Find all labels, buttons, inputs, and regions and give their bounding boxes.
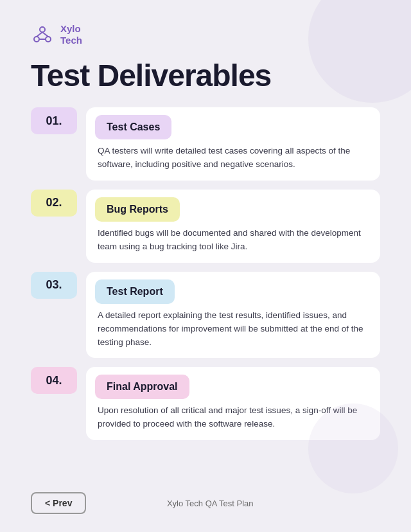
list-item: 04. Final Approval Upon resolution of al… bbox=[31, 367, 380, 440]
prev-button[interactable]: < Prev bbox=[31, 492, 86, 514]
svg-point-1 bbox=[34, 37, 39, 42]
item-description-4: Upon resolution of all critical and majo… bbox=[86, 399, 380, 440]
item-description-2: Identified bugs will be documented and s… bbox=[86, 222, 380, 263]
item-title-3: Test Report bbox=[95, 279, 175, 304]
page-title: Test Deliverables bbox=[31, 58, 380, 93]
item-content-4: Final Approval Upon resolution of all cr… bbox=[86, 367, 380, 440]
items-list: 01. Test Cases QA testers will write det… bbox=[31, 107, 380, 481]
list-item: 03. Test Report A detailed report explai… bbox=[31, 272, 380, 359]
item-content-1: Test Cases QA testers will write detaile… bbox=[86, 107, 380, 181]
item-number-3: 03. bbox=[31, 272, 77, 299]
logo-text: XyloTech bbox=[60, 23, 82, 46]
item-title-1: Test Cases bbox=[95, 115, 171, 139]
svg-line-3 bbox=[37, 32, 42, 37]
item-description-3: A detailed report explaining the test re… bbox=[86, 304, 380, 359]
item-number-4: 04. bbox=[31, 367, 77, 394]
svg-point-2 bbox=[46, 37, 51, 42]
list-item: 01. Test Cases QA testers will write det… bbox=[31, 107, 380, 181]
item-title-4: Final Approval bbox=[95, 375, 189, 399]
list-item: 02. Bug Reports Identified bugs will be … bbox=[31, 190, 380, 263]
item-content-3: Test Report A detailed report explaining… bbox=[86, 272, 380, 359]
item-title-2: Bug Reports bbox=[95, 197, 180, 222]
item-number-1: 01. bbox=[31, 107, 77, 134]
svg-line-4 bbox=[42, 32, 48, 37]
footer: < Prev Xylo Tech QA Test Plan bbox=[31, 492, 380, 514]
footer-label: Xylo Tech QA Test Plan bbox=[167, 499, 254, 508]
logo-icon bbox=[31, 23, 54, 46]
item-number-2: 02. bbox=[31, 190, 77, 217]
svg-point-0 bbox=[40, 27, 45, 32]
logo: XyloTech bbox=[31, 23, 380, 46]
item-description-1: QA testers will write detailed test case… bbox=[86, 139, 380, 181]
item-content-2: Bug Reports Identified bugs will be docu… bbox=[86, 190, 380, 263]
